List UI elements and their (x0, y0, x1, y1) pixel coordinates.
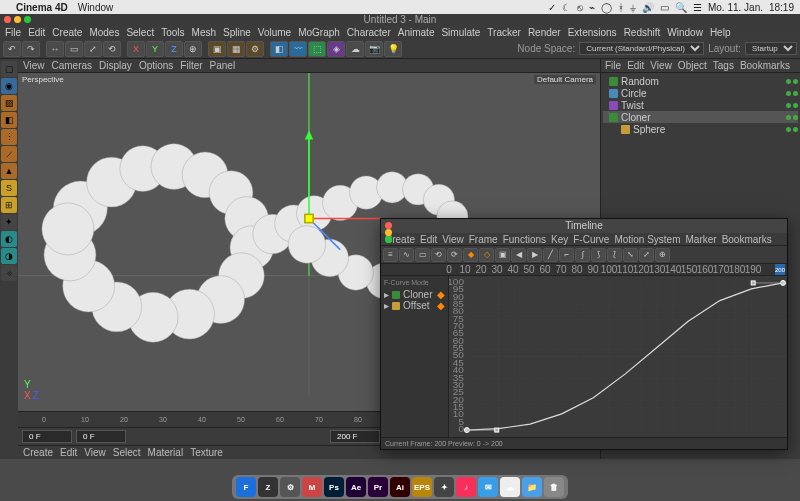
render-dot[interactable] (793, 91, 798, 96)
app-menu-item[interactable]: Create (52, 27, 82, 38)
app-menu-item[interactable]: Spline (223, 27, 251, 38)
model-mode-icon[interactable]: ▢ (1, 61, 17, 77)
volume-icon[interactable]: 🔊 (642, 2, 654, 13)
render-view-button[interactable]: ▣ (208, 41, 226, 57)
spline-button[interactable]: 〰 (289, 41, 307, 57)
tl-fcurve-button[interactable]: ∿ (399, 248, 414, 262)
obj-manager-menu-item[interactable]: File (605, 60, 621, 71)
tl-frame-button[interactable]: ▣ (495, 248, 510, 262)
status-icon[interactable]: ◯ (601, 2, 612, 13)
dock-app[interactable]: ♪ (456, 477, 476, 497)
dock-app[interactable]: EPS (412, 477, 432, 497)
view-menu-item[interactable]: Cameras (52, 60, 93, 71)
obj-manager-menu-item[interactable]: Edit (627, 60, 644, 71)
object-tree-item[interactable]: Cloner (603, 111, 798, 123)
app-menu-item[interactable]: Modes (89, 27, 119, 38)
fcurve-tree[interactable]: F-Curve Mode ▸Cloner◆▸Offset◆ (381, 276, 449, 437)
app-menu-item[interactable]: Redshift (624, 27, 661, 38)
axis-y-button[interactable]: Y (146, 41, 164, 57)
select-tool[interactable]: ▭ (65, 41, 83, 57)
minimize-button[interactable] (14, 16, 21, 23)
app-menu-item[interactable]: Select (126, 27, 154, 38)
primitive-button[interactable]: ◧ (270, 41, 288, 57)
view-menu-item[interactable]: View (23, 60, 45, 71)
obj-manager-menu-item[interactable]: Object (678, 60, 707, 71)
view-menu-item[interactable]: Options (139, 60, 173, 71)
bluetooth-icon[interactable]: ᚼ (618, 2, 624, 13)
render-dot[interactable] (793, 127, 798, 132)
layout-select[interactable]: Startup (745, 42, 797, 55)
app-menu-item[interactable]: Character (347, 27, 391, 38)
timeline-menu-item[interactable]: Edit (420, 234, 437, 245)
key-icon[interactable]: ◆ (437, 300, 445, 311)
visibility-dot[interactable] (786, 91, 791, 96)
obj-manager-menu-item[interactable]: Tags (713, 60, 734, 71)
visibility-dot[interactable] (786, 115, 791, 120)
dock-app[interactable]: 🗑 (544, 477, 564, 497)
visibility-dot[interactable] (786, 79, 791, 84)
object-mode-icon[interactable]: ◉ (1, 78, 17, 94)
zoom-button[interactable] (24, 16, 31, 23)
snap-grid-icon[interactable]: ⊞ (1, 197, 17, 213)
dock-app[interactable]: M (302, 477, 322, 497)
dock-app[interactable]: Ae (346, 477, 366, 497)
end-frame-field[interactable] (330, 430, 380, 443)
material-tab[interactable]: Material (148, 447, 184, 458)
app-menu-item[interactable]: Tools (161, 27, 184, 38)
battery-icon[interactable]: ▭ (660, 2, 669, 13)
dock-app[interactable]: ✦ (434, 477, 454, 497)
timeline-menu-item[interactable]: View (442, 234, 464, 245)
start-frame-field[interactable] (22, 430, 72, 443)
tl-ease-button[interactable]: ⟆ (591, 248, 606, 262)
dock-app[interactable]: F (236, 477, 256, 497)
zoom-button[interactable] (385, 236, 392, 243)
tool-icon[interactable]: ✦ (1, 214, 17, 230)
material-tab[interactable]: Edit (60, 447, 77, 458)
obj-manager-menu-item[interactable]: View (650, 60, 672, 71)
node-space-select[interactable]: Current (Standard/Physical) (579, 42, 704, 55)
polygon-mode-icon[interactable]: ▲ (1, 163, 17, 179)
tl-link-button[interactable]: ⟲ (431, 248, 446, 262)
view-menu-item[interactable]: Panel (210, 60, 236, 71)
point-mode-icon[interactable]: ⋮ (1, 129, 17, 145)
dock-app[interactable]: Z (258, 477, 278, 497)
camera-button[interactable]: 📷 (365, 41, 383, 57)
dock-app[interactable]: Ps (324, 477, 344, 497)
app-menu-item[interactable]: Extensions (568, 27, 617, 38)
timeline-frame-ruler[interactable]: 200 010203040506070809010011012013014015… (381, 264, 787, 276)
tl-key-button[interactable]: ◇ (479, 248, 494, 262)
visibility-dot[interactable] (786, 127, 791, 132)
render-dot[interactable] (793, 103, 798, 108)
fcurve-tree-item[interactable]: ▸Cloner◆ (384, 289, 445, 300)
texture-mode-icon[interactable]: ▨ (1, 95, 17, 111)
dock-app[interactable]: ✉ (478, 477, 498, 497)
object-tree-item[interactable]: Sphere (603, 123, 798, 135)
minimize-button[interactable] (385, 229, 392, 236)
edge-mode-icon[interactable]: ⟋ (1, 146, 17, 162)
tl-spline-button[interactable]: ∫ (575, 248, 590, 262)
dock-app[interactable]: ☁ (500, 477, 520, 497)
control-center-icon[interactable]: ☰ (693, 2, 702, 13)
app-menu-item[interactable]: Animate (398, 27, 435, 38)
visibility-dot[interactable] (786, 103, 791, 108)
key-icon[interactable]: ◆ (437, 289, 445, 300)
tl-step-button[interactable]: ⌐ (559, 248, 574, 262)
current-frame-field[interactable] (76, 430, 126, 443)
tl-prev-button[interactable]: ◀ (511, 248, 526, 262)
dock-app[interactable]: Ai (390, 477, 410, 497)
tl-tangent-button[interactable]: ⤡ (623, 248, 638, 262)
dock-app[interactable]: ⚙ (280, 477, 300, 497)
app-menu-item[interactable]: Simulate (441, 27, 480, 38)
material-tab[interactable]: Texture (190, 447, 223, 458)
tl-key-button[interactable]: ◆ (463, 248, 478, 262)
object-tree[interactable]: RandomCircleTwistClonerSphere (601, 73, 800, 137)
app-menu-item[interactable]: Tracker (487, 27, 521, 38)
timeline-menu-item[interactable]: Bookmarks (722, 234, 772, 245)
render-region-button[interactable]: ▦ (227, 41, 245, 57)
tl-zoom-button[interactable]: ⊕ (655, 248, 670, 262)
tool-icon[interactable]: ⟐ (1, 265, 17, 281)
timeline-menu-item[interactable]: Key (551, 234, 568, 245)
undo-button[interactable]: ↶ (3, 41, 21, 57)
app-menu-item[interactable]: Volume (258, 27, 291, 38)
tl-break-button[interactable]: ⤢ (639, 248, 654, 262)
